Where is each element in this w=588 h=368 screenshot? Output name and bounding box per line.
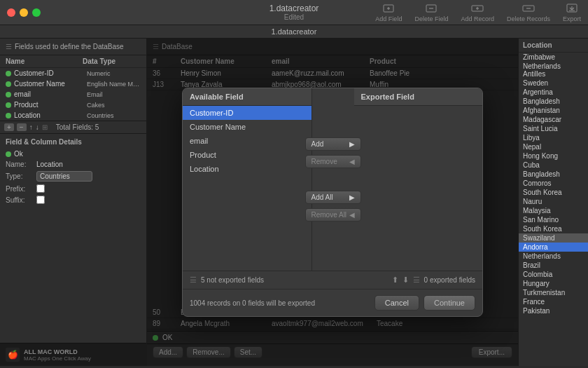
list-item-andorra[interactable]: Andorra	[519, 243, 588, 252]
toolbar: Add Field Delete Field Add Record Delete…	[375, 3, 581, 22]
list-item[interactable]: Libya	[519, 133, 588, 142]
field-row: Customer-ID Numeric	[0, 68, 146, 79]
left-toolbar: + − ↑ ↓ ⊞ Total Fields: 5	[0, 121, 146, 134]
list-item[interactable]: Saint Lucia	[519, 124, 588, 133]
list-item[interactable]: Netherlands	[519, 252, 588, 261]
remove-field-button[interactable]: Remove ◀	[305, 155, 361, 168]
field-item-customer-id[interactable]: Customer-ID	[183, 106, 312, 120]
field-row: Product Cakes	[0, 100, 146, 110]
field-dot	[6, 92, 11, 97]
list-item[interactable]: Zimbabwe	[519, 53, 588, 62]
left-panel: ☰ Fields used to define the DataBase Nam…	[0, 39, 147, 366]
watermark-logo: 🍎	[6, 348, 20, 362]
list-item[interactable]: Bangladesh	[519, 97, 588, 106]
exported-field-list[interactable]	[354, 106, 483, 271]
type-row: Type:	[6, 171, 141, 182]
window-title: 1.datacreator Edited	[270, 4, 319, 21]
close-button[interactable]	[7, 8, 15, 17]
maximize-button[interactable]	[32, 8, 41, 17]
cancel-button[interactable]: Cancel	[374, 295, 419, 311]
list-item[interactable]: France	[519, 297, 588, 306]
list-item[interactable]: Bangladesh	[519, 170, 588, 179]
export-toolbar-button[interactable]: Export	[563, 3, 581, 22]
dialog-overlay: Available Field Customer-ID Customer Nam…	[147, 39, 518, 366]
delete-field-button[interactable]: Delete Field	[414, 3, 448, 22]
name-row: Name: Location	[6, 161, 141, 168]
available-field-header: Available Field	[183, 88, 312, 106]
right-panel: Location Zimbabwe Netherlands Antilles S…	[518, 39, 588, 366]
field-item-location[interactable]: Location	[183, 162, 312, 176]
traffic-lights	[7, 8, 41, 17]
list-item[interactable]: Pakistan	[519, 306, 588, 315]
center-title: 1.datacreator	[0, 25, 588, 39]
center-panel: ☰ DataBase # Customer Name email Product…	[147, 39, 518, 366]
main-layout: ☰ Fields used to define the DataBase Nam…	[0, 39, 588, 366]
field-dot	[6, 113, 11, 118]
exported-field-header: Exported Field	[354, 88, 483, 106]
list-item[interactable]: Hungary	[519, 279, 588, 288]
list-item[interactable]: San Marino	[519, 215, 588, 224]
list-item[interactable]: Malaysia	[519, 206, 588, 215]
prefix-checkbox[interactable]	[36, 184, 45, 193]
list-item[interactable]: Hong Kong	[519, 151, 588, 161]
field-dot	[6, 71, 11, 76]
prefix-row: Prefix:	[6, 184, 141, 193]
dialog-body: Available Field Customer-ID Customer Nam…	[183, 88, 482, 271]
list-item[interactable]: Comoros	[519, 179, 588, 188]
list-item[interactable]: Colombia	[519, 270, 588, 279]
center-action-buttons: Add ▶ Remove ◀ Add All ▶	[312, 88, 354, 271]
add-all-button[interactable]: Add All ▶	[305, 191, 361, 204]
add-field-button[interactable]: Add Field	[375, 3, 402, 22]
left-panel-header: ☰ Fields used to define the DataBase	[0, 39, 146, 55]
exported-fields-panel: Exported Field	[354, 88, 483, 271]
ok-indicator	[6, 151, 11, 157]
add-record-button[interactable]: Add Record	[461, 3, 494, 22]
minimize-button[interactable]	[20, 8, 28, 17]
export-dialog: Available Field Customer-ID Customer Nam…	[182, 88, 483, 317]
list-item[interactable]: South Korea	[519, 188, 588, 197]
list-item[interactable]: Afghanistan	[519, 106, 588, 115]
field-dot	[6, 81, 11, 87]
add-field-small-button[interactable]: +	[4, 123, 14, 131]
suffix-row: Suffix:	[6, 196, 141, 204]
field-item-product[interactable]: Product	[183, 148, 312, 162]
continue-button[interactable]: Continue	[424, 295, 475, 311]
dialog-status-row: 1004 records on 0 fields will be exporte…	[183, 289, 482, 316]
delete-records-button[interactable]: Delete Records	[507, 3, 550, 22]
list-item[interactable]: Brazil	[519, 261, 588, 270]
list-item[interactable]: Turkmenistan	[519, 288, 588, 297]
watermark: 🍎 ALL MAC WORLD MAC Apps One Click Away	[0, 343, 146, 366]
field-row: Customer Name English Name Mixed + S...	[0, 79, 146, 89]
suffix-checkbox[interactable]	[36, 196, 45, 204]
move-down-button[interactable]: ↓	[36, 123, 39, 131]
list-item[interactable]: Netherlands Antilles	[519, 62, 588, 79]
dialog-counts-row: ☰ 5 not exported fields ⬆ ⬇ ☰ 0 exported…	[183, 271, 482, 289]
available-field-list[interactable]: Customer-ID Customer Name email Product …	[183, 106, 312, 271]
list-item[interactable]: Sweden	[519, 79, 588, 88]
field-row: email Email	[0, 89, 146, 100]
field-details: Field & Column Details Ok Name: Location…	[0, 134, 146, 343]
right-list-header: Location	[519, 39, 588, 53]
add-field-button[interactable]: Add ▶	[305, 137, 361, 151]
list-item-swaziland[interactable]: Swaziland	[519, 233, 588, 243]
list-item[interactable]: Argentina	[519, 88, 588, 97]
move-up-button[interactable]: ↑	[29, 123, 33, 131]
field-item-email[interactable]: email	[183, 134, 312, 148]
remove-all-button[interactable]: Remove All ◀	[305, 208, 361, 222]
field-row: Location Countries	[0, 110, 146, 121]
field-item-customer-name[interactable]: Customer Name	[183, 120, 312, 134]
remove-field-small-button[interactable]: −	[17, 123, 27, 131]
list-item[interactable]: Madagascar	[519, 115, 588, 124]
field-dot	[6, 102, 11, 108]
type-input[interactable]	[36, 171, 92, 182]
list-item[interactable]: Nepal	[519, 142, 588, 151]
dialog-action-buttons: Cancel Continue	[374, 295, 475, 311]
available-fields-panel: Available Field Customer-ID Customer Nam…	[183, 88, 312, 271]
field-rows: Customer-ID Numeric Customer Name Englis…	[0, 68, 146, 121]
list-item[interactable]: Cuba	[519, 161, 588, 170]
titlebar: 1.datacreator Edited Add Field Delete Fi…	[0, 0, 588, 25]
list-item[interactable]: South Korea	[519, 224, 588, 233]
ok-row: Ok	[6, 150, 141, 158]
list-item[interactable]: Nauru	[519, 197, 588, 206]
fields-table-header: Name Data Type	[0, 55, 146, 68]
